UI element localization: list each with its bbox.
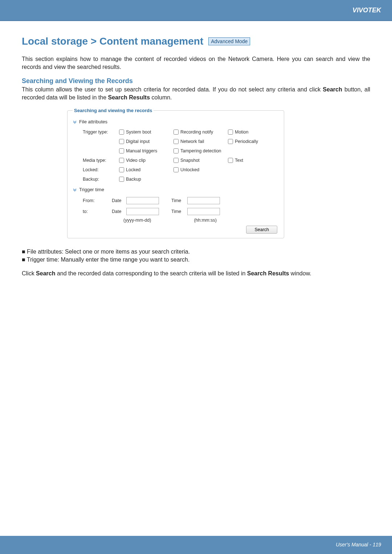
to-time-input[interactable]	[187, 208, 220, 215]
backup-row: Backup: Backup	[73, 175, 279, 184]
outro-bold-results: Search Results	[247, 270, 289, 276]
cb-video-clip-label: Video clip	[126, 158, 146, 163]
search-button[interactable]: Search	[246, 226, 277, 234]
cb-manual-triggers-label: Manual triggers	[126, 148, 157, 153]
date-word-to: Date	[112, 209, 123, 214]
to-label: to:	[83, 209, 108, 214]
cb-system-boot-label: System boot	[126, 130, 151, 135]
chevron-down-icon	[73, 188, 77, 192]
checkbox-recording-notify[interactable]	[173, 130, 179, 135]
time-word-to: Time	[171, 209, 184, 214]
cb-locked-label: Locked	[126, 167, 140, 172]
cb-text-label: Text	[235, 158, 243, 163]
bullet-file-attributes: ■ File attributes: Select one or more it…	[22, 248, 370, 256]
cb-backup-label: Backup	[126, 177, 141, 182]
cb-snapshot-label: Snapshot	[180, 158, 200, 163]
locked-row: Locked: Locked Unlocked	[73, 165, 279, 175]
from-time-input[interactable]	[187, 197, 220, 204]
media-type-row: Media type: Video clip Snapshot Text	[73, 156, 279, 165]
page-content: Local storage > Content management Advan…	[0, 21, 392, 277]
date-hint-row: (yyyy-mm-dd) (hh:mm:ss)	[73, 218, 279, 223]
time-word-from: Time	[171, 198, 184, 203]
cb-manual-triggers[interactable]: Manual triggers	[119, 148, 170, 153]
section-subheading: Searching and Viewing the Records	[22, 77, 370, 85]
trigger-type-row-2: Digital input Network fail Periodically	[73, 137, 279, 146]
button-row: Search	[73, 226, 279, 234]
heading-row: Local storage > Content management Advan…	[22, 36, 370, 47]
outro-mid: and the recorded data corresponding to t…	[55, 270, 247, 276]
cb-tampering-detection-label: Tampering detection	[180, 148, 221, 153]
mode-badge: Advanced Mode	[208, 37, 250, 45]
cb-system-boot[interactable]: System boot	[119, 130, 170, 135]
chevron-down-icon	[73, 120, 77, 124]
checkbox-unlocked[interactable]	[173, 167, 179, 172]
checkbox-video-clip[interactable]	[119, 158, 124, 163]
checkbox-system-boot[interactable]	[119, 130, 124, 135]
time-format-hint: (hh:mm:ss)	[194, 218, 217, 223]
brand-label: VIVOTEK	[352, 7, 381, 14]
checkbox-motion[interactable]	[228, 130, 233, 135]
cb-periodically[interactable]: Periodically	[228, 139, 279, 144]
outro-bold-search: Search	[36, 270, 55, 276]
checkbox-manual-triggers[interactable]	[119, 148, 124, 153]
checkbox-periodically[interactable]	[228, 139, 233, 144]
panel-legend: Searching and viewing the records	[73, 108, 154, 113]
footer-text: User's Manual - 119	[336, 542, 381, 547]
to-row: to: Date Time	[73, 206, 279, 217]
from-date-input[interactable]	[126, 197, 159, 204]
file-attributes-toggle[interactable]: File attributes	[73, 119, 279, 124]
subtext-bold-search: Search	[323, 86, 342, 93]
trigger-time-title: Trigger time	[79, 187, 104, 192]
bullet-trigger-time: ■ Trigger time: Manually enter the time …	[22, 256, 370, 264]
cb-tampering-detection[interactable]: Tampering detection	[173, 148, 246, 153]
checkbox-locked[interactable]	[119, 167, 124, 172]
cb-backup[interactable]: Backup	[119, 177, 170, 182]
outro-post: window.	[289, 270, 311, 276]
date-format-hint: (yyyy-mm-dd)	[123, 218, 151, 223]
intro-text: This section explains how to manage the …	[22, 55, 370, 71]
checkbox-snapshot[interactable]	[173, 158, 179, 163]
page-header: VIVOTEK	[0, 0, 392, 21]
subtext-post: column.	[150, 94, 172, 100]
cb-motion[interactable]: Motion	[228, 130, 279, 135]
bullet-list: ■ File attributes: Select one or more it…	[22, 248, 370, 263]
cb-periodically-label: Periodically	[235, 139, 258, 144]
cb-video-clip[interactable]: Video clip	[119, 158, 170, 163]
cb-snapshot[interactable]: Snapshot	[173, 158, 224, 163]
backup-label: Backup:	[83, 177, 115, 182]
cb-unlocked-label: Unlocked	[180, 167, 199, 172]
subtext-bold-results: Search Results	[108, 94, 150, 100]
cb-digital-input[interactable]: Digital input	[119, 139, 170, 144]
search-panel-wrap: Searching and viewing the records File a…	[67, 108, 270, 238]
trigger-type-row-1: Trigger type: System boot Recording noti…	[73, 127, 279, 137]
file-attributes-title: File attributes	[79, 119, 107, 124]
checkbox-tampering-detection[interactable]	[173, 148, 179, 153]
cb-text[interactable]: Text	[228, 158, 279, 163]
trigger-type-label: Trigger type:	[83, 130, 115, 135]
checkbox-text[interactable]	[228, 158, 233, 163]
page-title: Local storage > Content management	[22, 36, 203, 47]
checkbox-backup[interactable]	[119, 177, 124, 182]
checkbox-network-fail[interactable]	[173, 139, 179, 144]
checkbox-digital-input[interactable]	[119, 139, 124, 144]
section-description: This column allows the user to set up se…	[22, 86, 370, 101]
trigger-time-toggle[interactable]: Trigger time	[73, 187, 279, 192]
outro-text: Click Search and the recorded data corre…	[22, 270, 370, 278]
cb-network-fail[interactable]: Network fail	[173, 139, 224, 144]
cb-unlocked[interactable]: Unlocked	[173, 167, 224, 172]
cb-locked[interactable]: Locked	[119, 167, 170, 172]
subtext-pre: This column allows the user to set up se…	[22, 86, 323, 93]
date-word-from: Date	[112, 198, 123, 203]
page-footer: User's Manual - 119	[0, 536, 392, 554]
from-row: From: Date Time	[73, 195, 279, 206]
cb-recording-notify-label: Recording notify	[180, 130, 213, 135]
search-panel: Searching and viewing the records File a…	[67, 108, 284, 238]
cb-recording-notify[interactable]: Recording notify	[173, 130, 224, 135]
locked-label: Locked:	[83, 167, 115, 172]
trigger-type-row-3: Manual triggers Tampering detection	[73, 146, 279, 156]
cb-network-fail-label: Network fail	[180, 139, 204, 144]
cb-digital-input-label: Digital input	[126, 139, 150, 144]
from-label: From:	[83, 198, 108, 203]
to-date-input[interactable]	[126, 208, 159, 215]
media-type-label: Media type:	[83, 158, 115, 163]
